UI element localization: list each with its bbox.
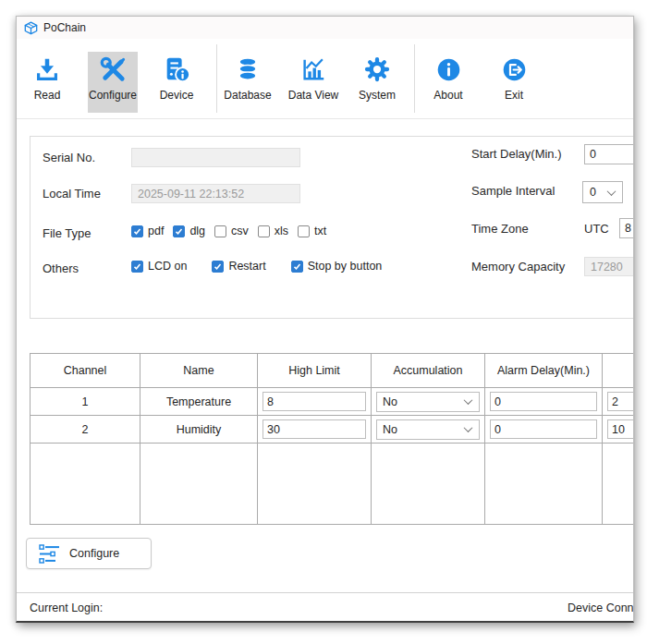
memory-capacity-field[interactable]: [584, 257, 634, 276]
toolbar-label: Read: [34, 89, 61, 102]
data-view-chart-icon: [299, 52, 327, 87]
system-gear-icon: [363, 52, 391, 87]
accumulation-select[interactable]: No: [376, 419, 480, 440]
window-title: PoChain: [43, 21, 86, 34]
checkbox-item-csv[interactable]: csv: [214, 225, 249, 237]
start-delay-label: Start Delay(Min.): [471, 147, 562, 161]
checkbox-restart[interactable]: [212, 261, 224, 273]
extra-limit-input[interactable]: [607, 419, 634, 439]
checkbox-label: Restart: [228, 260, 265, 273]
local-time-field[interactable]: [131, 184, 300, 203]
checkbox-item-stop-by-button[interactable]: Stop by button: [291, 260, 383, 273]
cell-channel: 2: [31, 416, 140, 444]
checkbox-label: LCD on: [148, 260, 187, 273]
time-zone-prefix: UTC: [584, 222, 609, 236]
toolbar-label: About: [433, 89, 462, 102]
time-zone-field[interactable]: [619, 218, 634, 238]
toolbar-separator: [414, 44, 415, 113]
chevron-down-icon: [607, 187, 616, 196]
table-row: 1 Temperature No: [31, 388, 635, 416]
sample-interval-select[interactable]: 0: [582, 181, 623, 203]
checkbox-label: dlg: [189, 225, 205, 237]
toolbar-button-exit[interactable]: Exit: [490, 52, 538, 113]
sliders-icon: [39, 544, 61, 564]
checkbox-item-lcd-on[interactable]: LCD on: [131, 260, 187, 273]
exit-logout-icon: [501, 52, 528, 87]
checkbox-csv[interactable]: [214, 225, 226, 237]
settings-group: Serial No. Local Time File Type pdf dlg …: [30, 136, 634, 319]
others-label: Others: [43, 261, 79, 275]
cell-name: Temperature: [140, 388, 258, 416]
toolbar-button-device[interactable]: Device: [151, 52, 202, 113]
toolbar-button-configure[interactable]: Configure: [88, 52, 138, 113]
extra-limit-input[interactable]: [607, 392, 634, 411]
file-type-label: File Type: [43, 226, 92, 240]
toolbar-button-database[interactable]: Database: [220, 52, 275, 113]
cell-channel: 1: [31, 388, 140, 416]
checkbox-dlg[interactable]: [173, 225, 185, 237]
col-header-extra: [603, 354, 635, 388]
toolbar-button-system[interactable]: System: [351, 52, 403, 113]
table-header-row: Channel Name High Limit Accumulation Ala…: [31, 354, 635, 388]
high-limit-input[interactable]: [262, 419, 366, 439]
sample-interval-unit: Hour: [633, 185, 634, 199]
status-bar: Current Login: Device Connected: [17, 592, 633, 622]
configure-button[interactable]: Configure: [26, 538, 152, 569]
sample-interval-label: Sample Interval: [471, 184, 555, 198]
checkbox-item-restart[interactable]: Restart: [212, 260, 265, 273]
toolbar-button-data-view[interactable]: Data View: [283, 52, 344, 113]
col-header-name: Name: [140, 354, 258, 388]
high-limit-input[interactable]: [262, 392, 366, 411]
table-row: 2 Humidity No: [31, 416, 635, 444]
start-delay-field[interactable]: [584, 144, 634, 164]
cell-name: Humidity: [140, 416, 258, 444]
checkbox-txt[interactable]: [298, 225, 310, 237]
channel-table: Channel Name High Limit Accumulation Ala…: [30, 353, 634, 525]
about-info-icon: [435, 52, 462, 87]
toolbar-button-read[interactable]: Read: [21, 52, 73, 113]
chevron-down-icon: [464, 423, 473, 432]
checkbox-item-dlg[interactable]: dlg: [173, 225, 205, 237]
configure-button-label: Configure: [69, 547, 119, 560]
toolbar-label: System: [359, 89, 396, 102]
accumulation-value: No: [383, 423, 397, 436]
toolbar-label: Data View: [288, 89, 338, 102]
accumulation-select[interactable]: No: [376, 392, 480, 412]
serial-no-field[interactable]: [131, 148, 300, 167]
sample-interval-value: 0: [590, 186, 596, 199]
alarm-delay-input[interactable]: [490, 419, 597, 439]
cube-icon: [24, 21, 38, 35]
read-download-icon: [33, 52, 61, 87]
alarm-delay-input[interactable]: [490, 392, 597, 411]
col-header-alarm-delay: Alarm Delay(Min.): [485, 354, 603, 388]
checkbox-stop-by-button[interactable]: [291, 261, 303, 273]
toolbar-separator: [216, 44, 217, 113]
configure-tools-icon: [99, 52, 128, 87]
checkbox-label: pdf: [148, 225, 164, 237]
toolbar-button-about[interactable]: About: [424, 52, 472, 113]
toolbar-label: Database: [224, 89, 271, 102]
toolbar: Read Configure: [17, 39, 633, 119]
database-icon: [234, 52, 262, 87]
device-info-icon: [163, 52, 190, 87]
checkbox-xls[interactable]: [258, 225, 270, 237]
checkbox-label: Stop by button: [308, 260, 383, 273]
device-status-text: Device Connected: [568, 601, 634, 614]
others-options: LCD on Restart Stop by button: [131, 260, 382, 273]
checkbox-label: txt: [314, 225, 326, 237]
title-bar: PoChain: [17, 17, 633, 39]
app-window: PoChain Read Configu: [16, 16, 634, 623]
checkbox-item-pdf[interactable]: pdf: [131, 225, 164, 237]
checkbox-label: csv: [231, 225, 249, 237]
checkbox-lcd-on[interactable]: [131, 261, 143, 273]
table-empty-row: [31, 444, 635, 525]
checkbox-item-txt[interactable]: txt: [298, 225, 326, 237]
memory-capacity-label: Memory Capacity: [471, 260, 565, 273]
checkbox-pdf[interactable]: [131, 225, 143, 237]
chevron-down-icon: [464, 395, 473, 405]
accumulation-value: No: [383, 395, 397, 408]
toolbar-label: Device: [160, 89, 194, 102]
checkbox-item-xls[interactable]: xls: [258, 225, 288, 237]
serial-no-label: Serial No.: [43, 151, 95, 164]
time-zone-label: Time Zone: [471, 222, 529, 236]
